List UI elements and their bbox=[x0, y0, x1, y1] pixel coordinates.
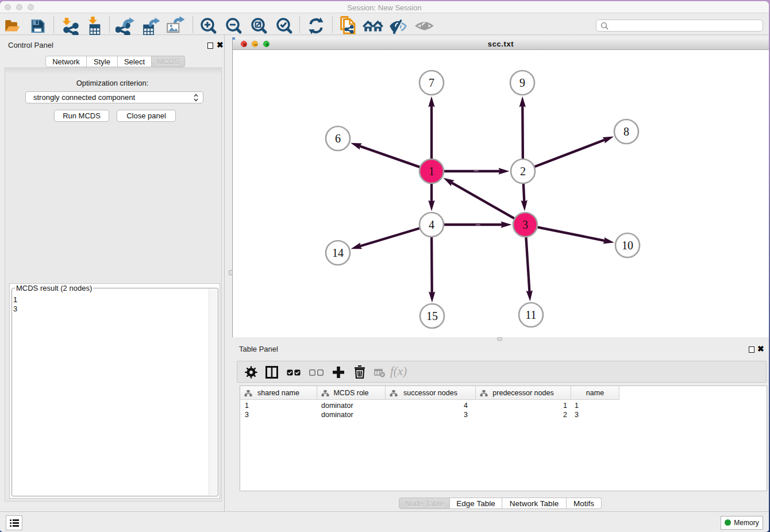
svg-text:1: 1 bbox=[429, 165, 434, 178]
svg-text:11: 11 bbox=[525, 309, 536, 321]
svg-text:9: 9 bbox=[519, 76, 525, 89]
svg-text:4: 4 bbox=[429, 218, 434, 231]
svg-text:7: 7 bbox=[429, 76, 434, 89]
svg-text:8: 8 bbox=[623, 125, 629, 138]
svg-text:15: 15 bbox=[426, 310, 438, 322]
svg-text:2: 2 bbox=[520, 165, 526, 178]
svg-text:6: 6 bbox=[335, 132, 341, 145]
svg-text:3: 3 bbox=[522, 218, 528, 231]
svg-text:14: 14 bbox=[332, 246, 344, 259]
svg-text:10: 10 bbox=[622, 239, 633, 252]
